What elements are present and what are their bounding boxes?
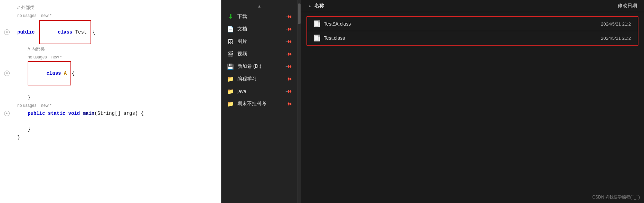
drive-d-icon: 💾: [227, 63, 234, 70]
java-icon: 📁: [227, 88, 234, 95]
brace-open-inner: {: [72, 70, 75, 77]
hint-line-2: no usages new *: [0, 53, 221, 61]
pin-icon-programming: 📌: [285, 75, 293, 83]
code-line-empty-2: [0, 118, 221, 125]
videos-icon: 🎬: [227, 50, 234, 57]
code-line-empty-1: [0, 86, 221, 93]
keyword-public: public: [17, 28, 38, 36]
file-date-test-a-class: 2024/5/21 21:2: [601, 21, 631, 27]
class-test-highlight: class Test: [39, 20, 91, 44]
sidebar-item-pictures[interactable]: 🖼 图片 📌: [221, 35, 297, 48]
pin-icon-videos: 📌: [285, 50, 293, 58]
code-line-comment-outer: // 外部类: [0, 3, 221, 12]
code-editor: // 外部类 no usages new * ◉ public class Te…: [0, 0, 221, 203]
class-a-highlight: class A: [28, 61, 71, 85]
code-line-close-inner: }: [0, 93, 221, 102]
gutter-icon-3[interactable]: ▶: [4, 111, 10, 116]
sidebar-label-drive-d: 新加卷 (D:): [237, 63, 261, 70]
file-explorer: ▲ ⬇ 下载 📌 📄 文档 📌 🖼 图片 📌: [221, 0, 644, 203]
sidebar-label-download: 下载: [237, 13, 247, 20]
sidebar-label-java: java: [237, 89, 246, 94]
svg-rect-5: [318, 35, 320, 37]
brace-open-outer: {: [93, 28, 95, 36]
gutter-icon-1[interactable]: ◉: [4, 29, 10, 35]
file-icon-test-a: [314, 20, 320, 27]
file-item-test-a-class[interactable]: Test$A.class 2024/5/21 21:2: [307, 17, 638, 31]
sidebar-item-documents[interactable]: 📄 文档 📌: [221, 23, 297, 35]
keyword-class-2: class: [46, 71, 61, 76]
pin-icon-documents: 📌: [285, 26, 293, 33]
svg-rect-2: [318, 21, 320, 22]
pin-icon-drive-d: 📌: [285, 63, 293, 70]
code-line-class-a: ◉ class A {: [0, 61, 221, 86]
pictures-icon: 🖼: [227, 38, 234, 45]
sidebar-label-videos: 视频: [237, 51, 247, 57]
pin-icon-pictures: 📌: [285, 38, 293, 45]
hint-line-1: no usages new *: [0, 12, 221, 19]
file-main-area: ▲ 名称 修改日期 Test$A.class 2: [301, 0, 644, 203]
csdn-watermark: CSDN @我要学编程(¯_¯): [593, 194, 640, 200]
file-icon-test: [314, 35, 320, 41]
sidebar-label-pictures: 图片: [237, 38, 247, 45]
file-header-name: 名称: [314, 3, 324, 9]
exam-icon: 📁: [227, 100, 234, 107]
sidebar-scrollbar[interactable]: [297, 0, 301, 203]
programming-icon: 📁: [227, 75, 234, 82]
sidebar-item-exam[interactable]: 📁 期末不挂科考 📌: [221, 98, 297, 110]
sidebar-item-videos[interactable]: 🎬 视频 📌: [221, 48, 297, 60]
code-line-main: ▶ public static void main (String[] args…: [0, 109, 221, 118]
scrollbar-thumb[interactable]: [298, 3, 301, 24]
highlighted-files-box: Test$A.class 2024/5/21 21:2 Test.class 2…: [306, 16, 638, 46]
class-name-a: A: [61, 71, 69, 76]
code-line-close-main: }: [0, 125, 221, 133]
file-item-test-class[interactable]: Test.class 2024/5/21 21:2: [307, 31, 638, 45]
sidebar: ▲ ⬇ 下载 📌 📄 文档 📌 🖼 图片 📌: [221, 0, 297, 203]
sidebar-label-documents: 文档: [237, 26, 247, 32]
svg-rect-3: [315, 35, 318, 41]
sort-up-icon[interactable]: ▲: [308, 4, 312, 8]
file-date-test-class: 2024/5/21 21:2: [601, 36, 631, 41]
documents-icon: 📄: [227, 26, 234, 33]
pin-icon-download: 📌: [285, 13, 293, 20]
filename-test-class: Test.class: [324, 35, 345, 41]
gutter-icon-2[interactable]: ◉: [4, 71, 10, 76]
file-header-date: 修改日期: [618, 3, 637, 9]
file-list: Test$A.class 2024/5/21 21:2 Test.class 2…: [301, 12, 644, 203]
sidebar-item-download[interactable]: ⬇ 下载 📌: [221, 10, 297, 23]
code-line-close-outer: }: [0, 133, 221, 142]
file-header: ▲ 名称 修改日期: [301, 0, 644, 12]
svg-rect-0: [315, 21, 318, 27]
sidebar-item-programming[interactable]: 📁 编程学习 📌: [221, 73, 297, 85]
sidebar-scroll-up[interactable]: ▲: [221, 3, 297, 10]
class-name-test: Test: [72, 29, 89, 35]
hint-line-3: no usages new *: [0, 102, 221, 109]
code-line-comment-inner: // 内部类: [0, 45, 221, 53]
sidebar-item-java[interactable]: 📁 java 📌: [221, 85, 297, 98]
pin-icon-java: 📌: [285, 88, 293, 95]
sidebar-item-drive-d[interactable]: 💾 新加卷 (D:) 📌: [221, 60, 297, 73]
filename-test-a-class: Test$A.class: [324, 21, 351, 27]
keyword-class-1: class: [58, 29, 72, 35]
pin-icon-exam: 📌: [285, 100, 293, 108]
sidebar-label-programming: 编程学习: [237, 76, 257, 82]
download-icon: ⬇: [227, 13, 234, 20]
code-line-public-class: ◉ public class Test {: [0, 19, 221, 45]
sidebar-label-exam: 期末不挂科考: [237, 101, 266, 107]
